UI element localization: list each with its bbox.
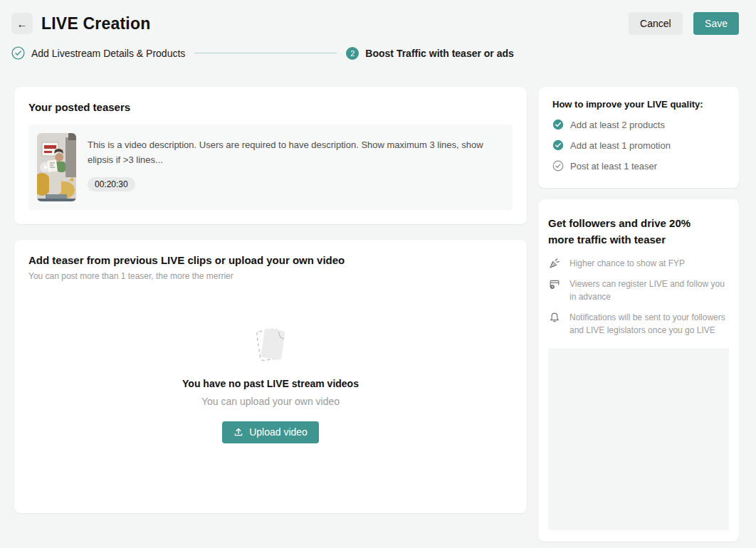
upload-icon — [233, 427, 243, 437]
tip-label: Add at least 2 products — [570, 120, 665, 130]
benefit-text: Higher chance to show at FYP — [569, 257, 685, 270]
check-filled-icon — [552, 139, 564, 151]
main-content: Your posted teasers — [0, 87, 756, 542]
empty-state: You have no past LIVE stream videos You … — [28, 281, 513, 499]
upload-video-button[interactable]: Upload video — [222, 421, 319, 443]
check-outline-icon — [552, 160, 564, 172]
upload-video-label: Upload video — [249, 426, 308, 438]
stepper-connector — [194, 53, 337, 53]
teaser-thumbnail[interactable] — [37, 133, 76, 201]
creation-stepper: Add Livestream Details & Products 2 Boos… — [0, 35, 756, 87]
tip-add-promotion: Add at least 1 promotion — [552, 139, 725, 151]
check-circle-outline-icon — [11, 46, 25, 60]
step-number-badge: 2 — [346, 47, 359, 60]
benefit-notifications: Notifications will be sent to your follo… — [548, 311, 729, 337]
posted-teasers-title: Your posted teasers — [28, 101, 513, 113]
step-label: Boost Traffic with teaser or ads — [365, 48, 514, 59]
benefit-register: Viewers can register LIVE and follow you… — [548, 278, 729, 303]
teaser-list-item: This is a video description. Users are r… — [28, 125, 513, 210]
tip-label: Add at least 1 promotion — [570, 140, 671, 151]
calendar-clock-icon — [549, 278, 560, 290]
check-filled-icon — [552, 119, 564, 130]
save-button[interactable]: Save — [693, 12, 739, 35]
step-boost-traffic[interactable]: 2 Boost Traffic with teaser or ads — [346, 47, 514, 60]
party-horn-icon — [549, 258, 560, 269]
empty-file-icon — [251, 325, 290, 368]
add-teaser-subtitle: You can post more than 1 teaser, the mor… — [28, 271, 513, 281]
teaser-description: This is a video description. Users are r… — [88, 138, 490, 168]
quality-tips-title: How to improve your LIVE quality: — [552, 99, 725, 110]
add-teaser-card: Add teaser from previous LIVE clips or u… — [14, 240, 527, 513]
promo-media-placeholder — [548, 348, 729, 530]
play-icon — [40, 162, 50, 172]
step-label: Add Livestream Details & Products — [31, 48, 185, 59]
empty-state-subtitle: You can upload your own video — [28, 396, 513, 407]
left-column: Your posted teasers — [14, 87, 527, 513]
teaser-promo-card: Get followers and drive 20% more traffic… — [538, 199, 739, 542]
benefit-text: Notifications will be sent to your follo… — [569, 311, 729, 337]
step-add-livestream-details[interactable]: Add Livestream Details & Products — [11, 46, 185, 60]
tip-add-products: Add at least 2 products — [552, 119, 725, 130]
arrow-left-icon: ← — [17, 18, 28, 30]
benefit-fyp: Higher chance to show at FYP — [548, 257, 729, 270]
back-button[interactable]: ← — [11, 13, 33, 34]
right-column: How to improve your LIVE quality: Add at… — [538, 87, 739, 542]
posted-teasers-card: Your posted teasers — [14, 87, 527, 224]
add-teaser-title: Add teaser from previous LIVE clips or u… — [28, 254, 513, 266]
page-header: ← LIVE Creation Cancel Save — [0, 0, 756, 35]
teaser-duration-badge: 00:20:30 — [88, 177, 135, 191]
bell-icon — [549, 312, 560, 323]
teaser-promo-title: Get followers and drive 20% more traffic… — [548, 215, 729, 248]
page-title: LIVE Creation — [41, 14, 150, 33]
benefit-text: Viewers can register LIVE and follow you… — [569, 278, 729, 303]
cancel-button[interactable]: Cancel — [629, 12, 683, 35]
empty-state-title: You have no past LIVE stream videos — [28, 378, 513, 389]
tip-post-teaser: Post at least 1 teaser — [552, 160, 725, 172]
quality-tips-card: How to improve your LIVE quality: Add at… — [538, 87, 739, 188]
tip-label: Post at least 1 teaser — [570, 161, 657, 172]
